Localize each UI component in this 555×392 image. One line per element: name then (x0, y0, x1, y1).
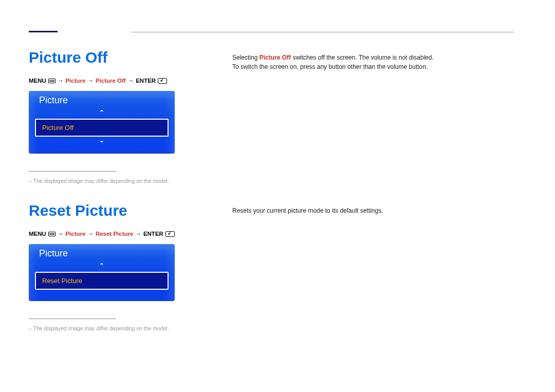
osd-menu-box: Picture Reset Picture (29, 244, 175, 301)
arrow-text: → (135, 231, 141, 237)
desc-line: Selecting Picture Off switches off the s… (232, 53, 514, 62)
footnote-text: – The displayed image may differ dependi… (29, 178, 203, 184)
section-reset-picture-desc: Resets your current picture mode to its … (232, 206, 514, 215)
enter-icon (158, 78, 167, 84)
footnote-divider (29, 171, 116, 172)
inline-highlight: Picture Off (260, 54, 291, 61)
breadcrumb: MENU → Picture → Picture Off → ENTER (29, 78, 203, 84)
arrow-text: → (87, 231, 94, 237)
arrow-text: → (58, 78, 64, 84)
section-picture-off: Picture Off MENU → Picture → Picture Off… (29, 49, 203, 184)
section-title: Reset Picture (29, 202, 203, 219)
header-accent-bar (29, 31, 58, 32)
section-title: Picture Off (29, 49, 203, 66)
breadcrumb-l1: Picture (65, 78, 85, 84)
section-picture-off-desc: Selecting Picture Off switches off the s… (232, 53, 514, 71)
osd-menu-header: Picture (29, 95, 175, 109)
footnote-divider (29, 319, 116, 319)
desc-line: To switch the screen on, press any butto… (232, 62, 514, 71)
footnote-text: – The displayed image may differ dependi… (29, 325, 203, 331)
osd-menu-header: Picture (29, 248, 175, 262)
enter-icon (165, 231, 175, 237)
osd-menu-box: Picture Picture Off (29, 91, 175, 154)
menu-icon (48, 79, 55, 83)
scroll-up-icon (29, 262, 175, 272)
breadcrumb-menu: MENU (29, 78, 46, 84)
scroll-down-icon (29, 137, 175, 146)
arrow-text: → (58, 231, 64, 237)
breadcrumb: MENU → Picture → Reset Picture → ENTER (29, 231, 203, 237)
breadcrumb-enter: ENTER (136, 78, 156, 84)
header-divider (131, 32, 514, 32)
menu-icon (48, 232, 55, 236)
breadcrumb-l1: Picture (65, 231, 85, 237)
arrow-text: → (128, 78, 134, 84)
desc-line: Resets your current picture mode to its … (232, 206, 514, 215)
section-reset-picture: Reset Picture MENU → Picture → Reset Pic… (29, 202, 203, 331)
breadcrumb-l2: Picture Off (96, 78, 126, 84)
breadcrumb-menu: MENU (29, 231, 46, 237)
osd-menu-item-selected: Reset Picture (35, 272, 169, 290)
breadcrumb-l2: Reset Picture (96, 231, 134, 237)
osd-menu-item-selected: Picture Off (35, 119, 169, 137)
arrow-text: → (87, 78, 94, 84)
breadcrumb-enter: ENTER (143, 231, 163, 237)
scroll-up-icon (29, 109, 175, 119)
